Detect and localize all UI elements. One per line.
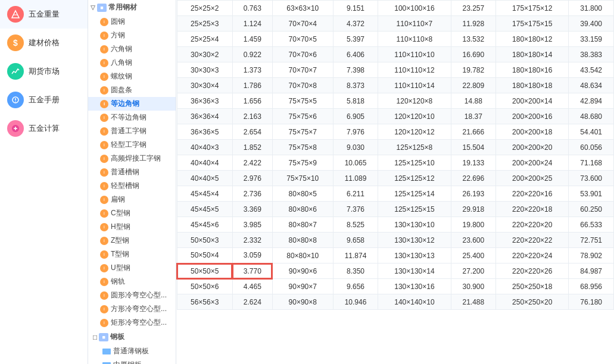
table-cell: 38.383 [569, 47, 614, 62]
tree-item-h-steel[interactable]: i H型钢 [88, 220, 176, 234]
tree-item-c-steel[interactable]: i C型钢 [88, 206, 176, 220]
tree-item-equal-angle[interactable]: i 等边角钢 [88, 97, 176, 111]
table-cell: 78.902 [569, 248, 614, 263]
table-cell: 75×75×5 [272, 93, 333, 109]
table-cell: 72.751 [569, 233, 614, 248]
table-row[interactable]: 30×30×41.78670×70×88.373110×110×1422.809… [177, 78, 614, 93]
table-row[interactable]: 56×56×32.62490×90×810.946140×140×1021.48… [177, 294, 614, 310]
table-cell: 6.406 [333, 47, 378, 62]
table-cell: 125×125×8 [378, 140, 451, 155]
folder-icon-common: ■ [97, 4, 107, 12]
tree-item-round-cold[interactable]: i 圆形冷弯空心型... [88, 288, 176, 302]
table-cell: 200×200×16 [496, 109, 569, 124]
table-cell: 9.151 [333, 1, 378, 16]
tree-item-label-u-steel: U型钢 [111, 263, 130, 273]
table-cell: 110×110×14 [378, 78, 451, 93]
table-cell: 130×130×14 [378, 263, 451, 279]
table-cell: 250×250×20 [496, 294, 569, 310]
table-cell: 7.398 [333, 62, 378, 78]
tree-group-common-steel[interactable]: ▽ ■ 常用钢材 [88, 0, 176, 15]
table-cell: 11.089 [333, 171, 378, 186]
table-cell: 7.376 [333, 202, 378, 217]
table-cell: 2.976 [232, 171, 272, 186]
table-cell: 120×120×12 [378, 124, 451, 140]
tree-item-coil-rod[interactable]: i 圆盘条 [88, 83, 176, 97]
table-cell: 130×130×13 [378, 248, 451, 263]
tree-item-normal-i-beam[interactable]: i 普通工字钢 [88, 124, 176, 138]
tree-item-hex-steel[interactable]: i 六角钢 [88, 42, 176, 56]
table-row[interactable]: 25×25×41.45970×70×55.397110×110×813.5321… [177, 32, 614, 47]
table-row[interactable]: 25×25×31.12470×70×44.372110×110×711.9281… [177, 16, 614, 32]
table-cell: 25.400 [451, 248, 496, 263]
item-icon-round: i [100, 18, 108, 26]
table-row[interactable]: 25×25×20.76363×63×109.151100×100×1623.25… [177, 1, 614, 16]
item-icon-h: i [100, 223, 108, 231]
table-cell: 30.900 [451, 279, 496, 294]
table-cell: 84.987 [569, 263, 614, 279]
tree-item-square-steel[interactable]: i 方钢 [88, 29, 176, 42]
table-cell: 39.400 [569, 16, 614, 32]
tree-subitem-medium-plate[interactable]: 中厚钢板 [88, 358, 176, 364]
tree-item-hw-i-beam[interactable]: i 高频焊接工字钢 [88, 152, 176, 165]
table-cell: 19.782 [451, 62, 496, 78]
table-cell: 80×80×7 [272, 217, 333, 233]
tree-item-light-i-beam[interactable]: i 轻型工字钢 [88, 138, 176, 152]
table-cell: 40×40×3 [177, 140, 232, 155]
table-row[interactable]: 45×45×63.98580×80×78.525130×130×1019.800… [177, 217, 614, 233]
sidebar-item-material-price[interactable]: $ 建材价格 [0, 29, 88, 57]
tree-item-t-steel[interactable]: i T型钢 [88, 247, 176, 261]
table-cell: 73.600 [569, 171, 614, 186]
tree-item-channel-steel[interactable]: i 普通槽钢 [88, 165, 176, 179]
table-cell: 45×45×4 [177, 186, 232, 202]
table-cell: 130×130×12 [378, 233, 451, 248]
table-cell: 36×36×4 [177, 109, 232, 124]
table-cell: 1.786 [232, 78, 272, 93]
tree-item-oct-steel[interactable]: i 八角钢 [88, 56, 176, 70]
table-cell: 1.852 [232, 140, 272, 155]
table-row[interactable]: 40×40×31.85275×75×89.030125×125×815.5042… [177, 140, 614, 155]
tree-item-u-steel[interactable]: i U型钢 [88, 261, 176, 275]
table-cell: 180×180×18 [496, 78, 569, 93]
table-row[interactable]: 45×45×53.36980×80×67.376125×125×1529.918… [177, 202, 614, 217]
table-row[interactable]: 50×50×53.77090×90×68.350130×130×1427.200… [177, 263, 614, 279]
tree-item-label-round-steel: 圆钢 [111, 17, 125, 27]
table-row[interactable]: 40×40×42.42275×75×910.065125×125×1019.13… [177, 155, 614, 171]
tree-item-threaded-steel[interactable]: i 螺纹钢 [88, 70, 176, 83]
tree-item-light-channel[interactable]: i 轻型槽钢 [88, 179, 176, 193]
item-icon-normal-i: i [100, 127, 108, 136]
table-cell: 19.800 [451, 217, 496, 233]
table-row[interactable]: 36×36×31.65675×75×55.818120×120×814.8820… [177, 93, 614, 109]
table-cell: 71.168 [569, 155, 614, 171]
tree-item-label-hw-i-beam: 高频焊接工字钢 [111, 153, 161, 164]
tree-item-rail[interactable]: i 钢轨 [88, 275, 176, 288]
tree-item-rect-cold[interactable]: i 矩形冷弯空心型... [88, 316, 176, 330]
table-cell: 8.373 [333, 78, 378, 93]
table-row[interactable]: 36×36×52.65475×75×77.976120×120×1221.666… [177, 124, 614, 140]
sidebar-item-futures-market[interactable]: 期货市场 [0, 57, 88, 86]
table-row[interactable]: 50×50×32.33280×80×89.658130×130×1223.600… [177, 233, 614, 248]
table-cell: 11.928 [451, 16, 496, 32]
tree-item-square-cold[interactable]: i 方形冷弯空心型... [88, 302, 176, 316]
table-row[interactable]: 36×36×42.16375×75×66.905120×120×1018.372… [177, 109, 614, 124]
table-row[interactable]: 30×30×31.37370×70×77.398110×110×1219.782… [177, 62, 614, 78]
table-cell: 18.37 [451, 109, 496, 124]
tree-item-unequal-angle[interactable]: i 不等边角钢 [88, 111, 176, 124]
table-row[interactable]: 45×45×42.73680×80×56.211125×125×1426.193… [177, 186, 614, 202]
table-cell: 200×200×18 [496, 124, 569, 140]
tree-item-flat-steel[interactable]: i 扁钢 [88, 193, 176, 206]
tree-subitem-thin-plate[interactable]: 普通薄钢板 [88, 344, 176, 358]
sidebar-item-hardware-manual[interactable]: 五金手册 [0, 86, 88, 114]
table-cell: 13.532 [451, 32, 496, 47]
table-row[interactable]: 30×30×20.92270×70×66.406110×110×1016.690… [177, 47, 614, 62]
tree-item-round-steel[interactable]: i 圆钢 [88, 15, 176, 29]
table-cell: 200×200×20 [496, 140, 569, 155]
tree-group-steel-plate[interactable]: □ ■ 钢板 [88, 330, 176, 344]
sidebar-item-hardware-weight[interactable]: 五金重量 [0, 0, 88, 29]
item-icon-light-i: i [100, 141, 108, 149]
table-row[interactable]: 50×50×43.05980×80×1011.874130×130×1325.4… [177, 248, 614, 263]
tree-item-z-steel[interactable]: i Z型钢 [88, 234, 176, 247]
table-row[interactable]: 40×40×52.97675×75×1011.089125×125×1222.6… [177, 171, 614, 186]
table-row[interactable]: 50×50×64.46590×90×79.656130×130×1630.900… [177, 279, 614, 294]
table-cell: 250×250×18 [496, 279, 569, 294]
sidebar-item-hardware-calc[interactable]: 五金计算 [0, 114, 88, 143]
